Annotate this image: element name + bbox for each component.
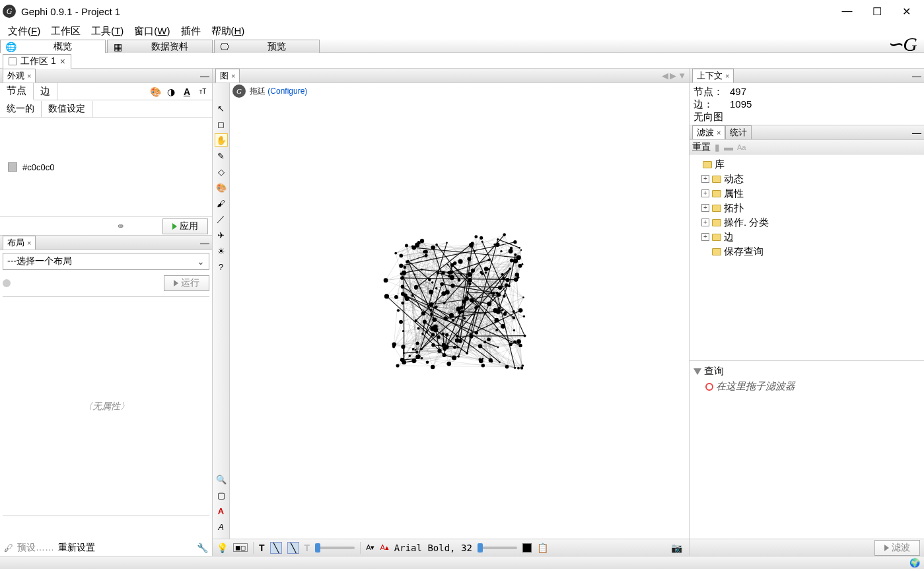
color-tool2-icon[interactable]: ╲ [287, 542, 299, 554]
font-size-slider[interactable] [478, 547, 517, 549]
close-button[interactable]: ✕ [892, 1, 921, 21]
palette-icon[interactable]: 🎨 [149, 86, 162, 98]
run-button[interactable]: 运行 [164, 275, 209, 291]
text-t-icon[interactable]: T [259, 543, 265, 553]
configure-link[interactable]: (Configure) [267, 86, 307, 96]
link-icon[interactable]: ⚭ [116, 220, 125, 232]
graph-canvas[interactable]: G 拖廷 (Configure) [230, 83, 689, 539]
size-icon[interactable]: ◑ [164, 86, 178, 98]
edge-tab[interactable]: 边 [34, 83, 57, 100]
menu-window[interactable]: 窗口(W) [129, 24, 175, 39]
info-icon[interactable] [3, 279, 11, 287]
export-icon[interactable]: ▬ [724, 142, 733, 152]
minimize-panel-icon[interactable]: — [200, 71, 209, 81]
tree-topology[interactable]: +拓扑 [692, 201, 921, 215]
tree-saved[interactable]: 保存查询 [692, 244, 921, 259]
zoom-icon[interactable]: 🔍 [215, 473, 228, 486]
stats-tab[interactable]: 统计 [725, 125, 752, 139]
label-size-icon[interactable]: тT [196, 86, 209, 98]
reset-link[interactable]: 重置 [692, 141, 711, 153]
expand-icon[interactable]: + [701, 218, 709, 226]
diamond-tool-icon[interactable]: ◇ [215, 165, 228, 178]
fav-icon[interactable]: ▮ [715, 142, 720, 152]
text-color-a-icon[interactable]: A [215, 504, 228, 518]
edge-tool-icon[interactable]: ／ [215, 213, 228, 226]
tree-edge[interactable]: +边 [692, 230, 921, 244]
close-icon[interactable]: × [231, 72, 235, 80]
minimize-button[interactable]: — [832, 1, 862, 21]
font-color-swatch[interactable] [522, 543, 532, 552]
filter-tab[interactable]: 滤波 × [692, 125, 725, 139]
layout-tab[interactable]: 布局 × [3, 236, 36, 250]
tab-datalab[interactable]: ▦ 数据资料 [107, 40, 213, 53]
layout-select[interactable]: ---选择一个布局 ⌄ [3, 253, 209, 270]
pointer-tool-icon[interactable]: ↖ [215, 102, 228, 115]
expand-icon[interactable]: + [701, 233, 709, 241]
edge-weight-slider[interactable] [315, 547, 355, 549]
tree-attribute[interactable]: +属性 [692, 186, 921, 201]
screenshot-icon[interactable]: 📷 [671, 543, 682, 553]
preset-icon[interactable]: 🖋 [4, 543, 13, 553]
sun-icon[interactable]: ☀ [215, 244, 228, 257]
text-t2-icon[interactable]: T [304, 543, 310, 553]
close-icon[interactable]: × [717, 129, 721, 137]
maximize-button[interactable]: ☐ [862, 1, 892, 21]
minimize-panel-icon[interactable]: — [200, 238, 209, 248]
tree-operation[interactable]: +操作. 分类 [692, 215, 921, 230]
font-label[interactable]: Arial Bold, 32 [394, 543, 472, 553]
node-tab[interactable]: 节点 [0, 83, 34, 100]
label-color-icon[interactable]: A [180, 86, 194, 98]
status-globe-icon[interactable]: 🌍 [909, 558, 920, 568]
close-icon[interactable]: × [27, 72, 31, 80]
color-swatch[interactable] [8, 162, 17, 172]
rect-select-icon[interactable]: ◻ [215, 117, 228, 131]
tab-preview[interactable]: 🖵 预览 [214, 40, 320, 53]
reset-link[interactable]: 重新设置 [58, 542, 95, 554]
menu-tools[interactable]: 工具(T) [86, 24, 129, 39]
query-root[interactable]: 查询 [692, 364, 921, 379]
bg-color-icon[interactable]: ▢ [215, 488, 228, 502]
airplane-icon[interactable]: ✈ [215, 228, 228, 242]
menu-workspace[interactable]: 工作区 [46, 24, 86, 39]
color-tool1-icon[interactable]: ╲ [270, 542, 282, 554]
graph-tab[interactable]: 图 × [215, 69, 240, 83]
font-dec-icon[interactable]: A▾ [366, 543, 374, 552]
expand-icon[interactable]: + [701, 189, 709, 197]
palette-tool-icon[interactable]: 🎨 [215, 181, 228, 194]
text-a-icon[interactable]: A [215, 520, 228, 533]
nav-right-icon[interactable]: ▶ [670, 71, 676, 81]
tree-library[interactable]: 库 [692, 157, 921, 172]
bulb-icon[interactable]: 💡 [217, 543, 228, 553]
text-aa-icon[interactable]: Aa [737, 143, 746, 151]
toggle-icon[interactable]: ◼◻ [233, 543, 248, 552]
expand-icon[interactable]: + [701, 175, 709, 183]
minimize-panel-icon[interactable]: — [912, 71, 921, 81]
close-icon[interactable]: × [60, 56, 65, 67]
tab-overview[interactable]: 🌐 概览 [0, 40, 106, 53]
close-icon[interactable]: × [27, 239, 31, 247]
pencil-tool-icon[interactable]: ✎ [215, 149, 228, 162]
appearance-tab[interactable]: 外观 × [3, 69, 36, 83]
apply-button[interactable]: 应用 [162, 218, 208, 234]
hand-tool-icon[interactable]: ✋ [215, 133, 228, 147]
uniform-tab[interactable]: 统一的 [0, 101, 42, 117]
help-cursor-icon[interactable]: ? [215, 260, 228, 273]
close-icon[interactable]: × [725, 72, 729, 80]
preset-link[interactable]: 预设…… [17, 542, 54, 554]
workspace-tab-1[interactable]: 工作区 1 × [3, 54, 71, 69]
menu-help[interactable]: 帮助(H) [206, 24, 250, 39]
nav-left-icon[interactable]: ◀ [662, 71, 668, 81]
wrench-icon[interactable]: 🔧 [197, 543, 208, 553]
clipboard-icon[interactable]: 📋 [537, 543, 548, 553]
numeric-tab[interactable]: 数值设定 [42, 101, 92, 117]
nav-dropdown-icon[interactable]: ▼ [678, 71, 686, 81]
menu-plugins[interactable]: 插件 [176, 24, 206, 39]
menu-file[interactable]: 文件(F) [3, 24, 46, 39]
font-inc-icon[interactable]: A▴ [380, 543, 388, 552]
tree-dynamic[interactable]: +动态 [692, 172, 921, 186]
filter-button[interactable]: 滤波 [874, 540, 920, 556]
context-tab[interactable]: 上下文 × [692, 69, 734, 83]
minimize-panel-icon[interactable]: — [912, 127, 921, 138]
brush-tool-icon[interactable]: 🖌 [215, 197, 228, 210]
expand-icon[interactable]: + [701, 204, 709, 212]
